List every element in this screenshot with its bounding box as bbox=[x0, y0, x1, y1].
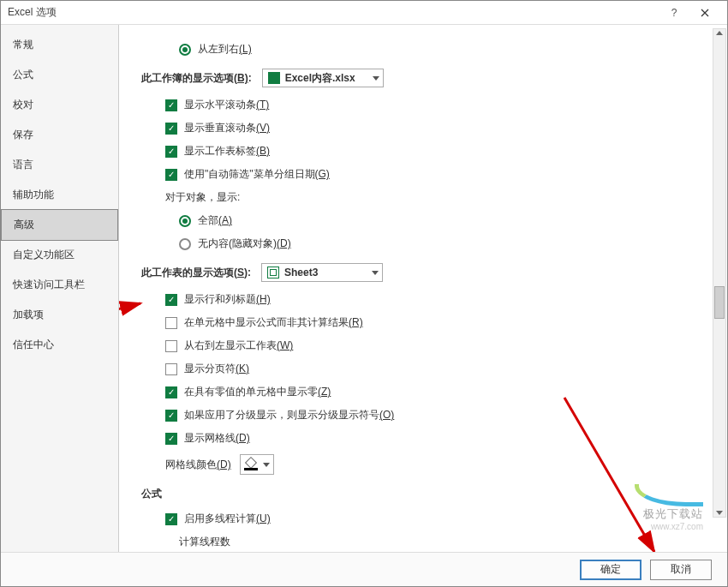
checkbox-row-col-headings[interactable]: 显示行和列标题(H) bbox=[165, 292, 703, 307]
sidebar-item-accessibility[interactable]: 辅助功能 bbox=[1, 180, 118, 210]
checkbox-label: 在具有零值的单元格中显示零(Z) bbox=[184, 385, 331, 399]
checkbox-icon bbox=[165, 294, 177, 306]
dropdown-value: Sheet3 bbox=[284, 267, 361, 279]
objects-label: 对于对象，显示: bbox=[165, 190, 703, 205]
checkbox-icon bbox=[165, 386, 177, 398]
gridline-color-row: 网格线颜色(D) bbox=[165, 454, 703, 475]
checkbox-icon bbox=[165, 433, 177, 445]
checkbox-show-formulas[interactable]: 在单元格中显示公式而非其计算结果(R) bbox=[165, 315, 703, 330]
titlebar: Excel 选项 ? bbox=[1, 1, 727, 25]
vertical-scrollbar[interactable] bbox=[713, 28, 726, 518]
checkbox-label: 如果应用了分级显示，则显示分级显示符号(O) bbox=[184, 408, 394, 422]
sidebar-item-general[interactable]: 常规 bbox=[1, 30, 118, 60]
sidebar-item-advanced[interactable]: 高级 bbox=[1, 209, 118, 241]
close-icon bbox=[701, 9, 709, 17]
close-button[interactable] bbox=[689, 3, 720, 23]
gridline-color-dropdown[interactable] bbox=[240, 454, 274, 475]
scrollbar-thumb[interactable] bbox=[714, 286, 725, 319]
help-button[interactable]: ? bbox=[659, 3, 689, 23]
checkbox-icon bbox=[165, 340, 177, 352]
excel-file-icon bbox=[268, 72, 280, 84]
gridline-color-label: 网格线颜色(D) bbox=[165, 458, 231, 472]
sidebar-item-label: 自定义功能区 bbox=[13, 249, 75, 261]
worksheet-display-heading: 此工作表的显示选项(S): Sheet3 bbox=[141, 263, 703, 282]
checkbox-autofilter-group-dates[interactable]: 使用"自动筛选"菜单分组日期(G) bbox=[165, 167, 703, 182]
sidebar-item-quick-access[interactable]: 快速访问工具栏 bbox=[1, 270, 118, 300]
sidebar-item-label: 信任中心 bbox=[13, 338, 54, 350]
checkbox-outline-symbols[interactable]: 如果应用了分级显示，则显示分级显示符号(O) bbox=[165, 408, 703, 422]
sidebar-item-label: 快速访问工具栏 bbox=[13, 279, 85, 291]
checkbox-label: 从右到左显示工作表(W) bbox=[184, 338, 293, 353]
checkbox-multithread[interactable]: 启用多线程计算(U) bbox=[165, 512, 703, 526]
radio-objects-all[interactable]: 全部(A) bbox=[179, 213, 703, 228]
checkbox-label: 显示行和列标题(H) bbox=[184, 292, 271, 307]
checkbox-label: 显示分页符(K) bbox=[184, 362, 249, 376]
cancel-button[interactable]: 取消 bbox=[650, 560, 712, 580]
checkbox-rtl-sheet[interactable]: 从右到左显示工作表(W) bbox=[165, 338, 703, 353]
worksheet-dropdown[interactable]: Sheet3 bbox=[261, 263, 383, 282]
dialog-footer: 确定 取消 bbox=[1, 552, 727, 586]
button-label: 取消 bbox=[671, 562, 691, 577]
checkbox-sheet-tabs[interactable]: 显示工作表标签(B) bbox=[165, 144, 703, 159]
checkbox-label: 在单元格中显示公式而非其计算结果(R) bbox=[184, 315, 363, 330]
checkbox-label: 显示垂直滚动条(V) bbox=[184, 121, 270, 135]
sidebar-item-label: 常规 bbox=[13, 39, 33, 51]
checkbox-icon bbox=[165, 363, 177, 375]
ok-button[interactable]: 确定 bbox=[580, 560, 641, 580]
checkbox-show-zeros[interactable]: 在具有零值的单元格中显示零(Z) bbox=[165, 385, 703, 399]
sidebar-item-customize-ribbon[interactable]: 自定义功能区 bbox=[1, 240, 118, 270]
checkbox-label: 启用多线程计算(U) bbox=[184, 512, 271, 526]
checkbox-label: 显示网格线(D) bbox=[184, 431, 250, 446]
checkbox-label: 显示工作表标签(B) bbox=[184, 144, 270, 159]
sidebar-item-label: 公式 bbox=[13, 69, 33, 81]
checkbox-page-breaks[interactable]: 显示分页符(K) bbox=[165, 362, 703, 376]
sidebar-item-trust-center[interactable]: 信任中心 bbox=[1, 330, 118, 360]
checkbox-gridlines[interactable]: 显示网格线(D) bbox=[165, 431, 703, 446]
checkbox-icon bbox=[165, 169, 177, 181]
chevron-down-icon bbox=[263, 463, 270, 467]
sheet-icon bbox=[267, 267, 279, 279]
checkbox-label: 显示水平滚动条(T) bbox=[184, 98, 269, 112]
paint-bucket-icon bbox=[244, 458, 258, 470]
sidebar-item-addins[interactable]: 加载项 bbox=[1, 300, 118, 330]
dialog-body: 常规 公式 校对 保存 语言 辅助功能 高级 自定义功能区 快速访问工具栏 加载… bbox=[1, 25, 727, 552]
content-pane: 从左到右(L) 此工作簿的显示选项(B): Excel内容.xlsx 显示水平滚… bbox=[119, 25, 727, 552]
checkbox-icon bbox=[165, 410, 177, 422]
sidebar-item-label: 保存 bbox=[13, 129, 33, 141]
radio-icon bbox=[179, 44, 191, 56]
threads-label: 计算线程数 bbox=[179, 535, 703, 549]
radio-ltr[interactable]: 从左到右(L) bbox=[179, 42, 703, 57]
radio-label: 从左到右(L) bbox=[198, 42, 252, 57]
dropdown-value: Excel内容.xlsx bbox=[285, 71, 362, 86]
chevron-down-icon bbox=[372, 271, 379, 275]
sidebar-item-proofing[interactable]: 校对 bbox=[1, 90, 118, 120]
sidebar-item-language[interactable]: 语言 bbox=[1, 150, 118, 180]
checkbox-label: 使用"自动筛选"菜单分组日期(G) bbox=[184, 167, 330, 182]
scroll-up-icon bbox=[716, 31, 723, 35]
checkbox-icon bbox=[165, 317, 177, 329]
excel-options-dialog: Excel 选项 ? 常规 公式 校对 保存 语言 辅助功能 高级 自定义功能区… bbox=[0, 0, 728, 587]
checkbox-hscroll[interactable]: 显示水平滚动条(T) bbox=[165, 98, 703, 112]
checkbox-icon bbox=[165, 99, 177, 111]
checkbox-vscroll[interactable]: 显示垂直滚动条(V) bbox=[165, 121, 703, 135]
workbook-display-heading: 此工作簿的显示选项(B): Excel内容.xlsx bbox=[141, 69, 703, 87]
checkbox-icon bbox=[165, 146, 177, 158]
radio-icon bbox=[179, 238, 191, 250]
sidebar-item-label: 高级 bbox=[14, 219, 34, 231]
chevron-down-icon bbox=[373, 76, 379, 81]
checkbox-icon bbox=[165, 123, 177, 135]
sidebar-item-label: 语言 bbox=[13, 159, 33, 171]
checkbox-icon bbox=[165, 513, 177, 525]
radio-label: 无内容(隐藏对象)(D) bbox=[198, 237, 291, 251]
dialog-title: Excel 选项 bbox=[8, 5, 659, 20]
button-label: 确定 bbox=[600, 562, 621, 577]
radio-icon bbox=[179, 215, 191, 227]
workbook-dropdown[interactable]: Excel内容.xlsx bbox=[262, 69, 384, 87]
sidebar-item-formulas[interactable]: 公式 bbox=[1, 60, 118, 90]
sidebar-item-label: 加载项 bbox=[13, 308, 44, 320]
scroll-down-icon bbox=[716, 511, 723, 515]
sidebar-item-save[interactable]: 保存 bbox=[1, 120, 118, 150]
sidebar-item-label: 辅助功能 bbox=[13, 189, 54, 201]
radio-objects-none[interactable]: 无内容(隐藏对象)(D) bbox=[179, 237, 703, 251]
radio-label: 全部(A) bbox=[198, 213, 232, 228]
